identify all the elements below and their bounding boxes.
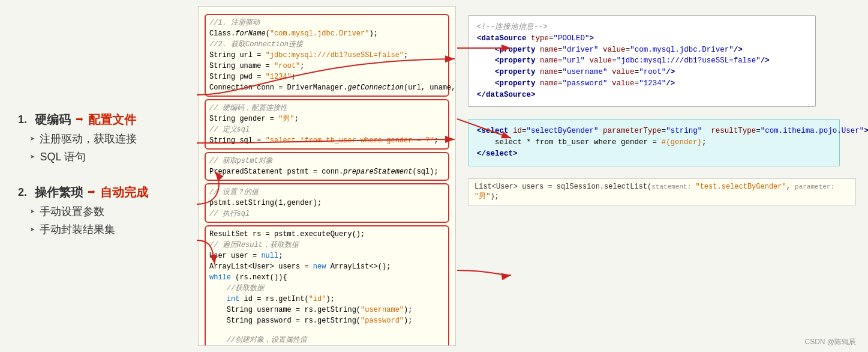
list-result-text: List<User> users = sqlSession.selectList…: [474, 183, 834, 201]
code-comment-2: //2. 获取Connection连接: [209, 39, 444, 50]
concept-2-text: 操作繁琐: [35, 184, 83, 201]
concept-1: 1. 硬编码 ➡ 配置文件: [18, 112, 186, 128]
code-line-2: String url = "jdbc:mysql:///db1?useSSL=f…: [209, 50, 444, 61]
xml-prop-username: <property name="username" value="root"/>: [477, 67, 807, 78]
code-comment-10: //创建对象，设置属性值: [209, 335, 444, 345]
middle-panel: //1. 注册驱动 Class.forName("com.mysql.jdbc.…: [198, 6, 456, 346]
code-line-16: user = new User();: [209, 345, 444, 346]
xml-select-open: <select id="selectByGender" parameterTyp…: [477, 126, 831, 137]
xml-datasource-close: </dataSource>: [477, 90, 807, 101]
code-line-11: User user = null;: [209, 250, 444, 261]
code-line-1: Class.forName("com.mysql.jdbc.Driver");: [209, 28, 444, 39]
code-comment-9: //获取数据: [209, 283, 444, 294]
sub-text-1: 注册驱动，获取连接: [40, 132, 137, 146]
code-line-13: int id = rs.getInt("id");: [209, 294, 444, 305]
code-line-7: String sql = "select *from tb_user where…: [209, 135, 444, 146]
code-block-1: //1. 注册驱动 Class.forName("com.mysql.jdbc.…: [205, 14, 449, 97]
xml-prop-url: <property name="url" value="jdbc:mysql:/…: [477, 55, 807, 67]
code-line-5: Connection conn = DriverManager.getConne…: [209, 82, 444, 93]
code-block-3: // 获取pstmt对象 PreparedStatement pstmt = c…: [205, 152, 449, 181]
right-panel: <!--连接池信息--> <dataSource type="POOLED"> …: [456, 0, 868, 352]
code-block-5: ResultSet rs = pstmt.executeQuery(); // …: [205, 225, 449, 346]
code-line-6: String gender = "男";: [209, 114, 444, 124]
arrow-icon-2: ➡: [88, 184, 95, 201]
code-comment-5: // 获取pstmt对象: [209, 156, 444, 166]
xml-datasource-block: <!--连接池信息--> <dataSource type="POOLED"> …: [468, 15, 816, 107]
concept-1-number: 1.: [18, 114, 30, 126]
concept-2-number: 2.: [18, 186, 30, 199]
concept-1-highlight: 配置文件: [88, 112, 136, 128]
code-comment-6: // 设置？的值: [209, 187, 444, 198]
sub-text-3: 手动设置参数: [40, 204, 104, 219]
sub-item-2: ➤ SQL 语句: [18, 150, 186, 164]
sub-item-3: ➤ 手动设置参数: [18, 204, 186, 219]
sub-arrow-icon-4: ➤: [30, 225, 35, 235]
sub-item-4: ➤ 手动封装结果集: [18, 222, 186, 237]
code-comment-1: //1. 注册驱动: [209, 17, 444, 28]
code-while: while (rs.next()){: [209, 272, 444, 283]
code-line-14: String username = rs.getString("username…: [209, 305, 444, 315]
concept-2: 2. 操作繁琐 ➡ 自动完成: [18, 184, 186, 201]
code-block-4: // 设置？的值 pstmt.setString(1,gender); // 执…: [205, 183, 449, 223]
sub-item-1: ➤ 注册驱动，获取连接: [18, 132, 186, 146]
sub-text-2: SQL 语句: [40, 150, 85, 164]
concept-group-1: 1. 硬编码 ➡ 配置文件 ➤ 注册驱动，获取连接 ➤ SQL 语句: [18, 112, 186, 168]
code-line-9: pstmt.setString(1,gender);: [209, 198, 444, 208]
xml-prop-password: <property name="password" value="1234"/>: [477, 78, 807, 90]
arrow-icon-1: ➡: [76, 112, 83, 128]
main-container: 1. 硬编码 ➡ 配置文件 ➤ 注册驱动，获取连接 ➤ SQL 语句 2. 操作…: [0, 0, 868, 352]
xml-select-block: <select id="selectByGender" parameterTyp…: [468, 119, 840, 166]
code-line-4: String pwd = "1234";: [209, 71, 444, 82]
sub-arrow-icon-1: ➤: [30, 134, 35, 144]
code-block-2: // 硬编码，配置连接性 String gender = "男"; // 定义s…: [205, 99, 449, 150]
xml-select-close: </select>: [477, 148, 831, 160]
code-comment-8: // 遍历Result，获取数据: [209, 240, 444, 250]
code-line-15: String password = rs.getString("password…: [209, 315, 444, 326]
sub-arrow-icon-3: ➤: [30, 207, 35, 217]
xml-comment-1: <!--连接池信息-->: [477, 22, 807, 33]
xml-prop-driver: <property name="driver" value="com.mysql…: [477, 44, 807, 56]
code-comment-4: // 定义sql: [209, 124, 444, 135]
code-line-8: PreparedStatement pstmt = conn.prepareSt…: [209, 166, 444, 177]
code-comment-7: // 执行sql: [209, 208, 444, 219]
code-line-3: String uname = "root";: [209, 61, 444, 71]
xml-select-body: select * from tb_user where gender = #{g…: [477, 137, 831, 148]
footer-label: CSDN @陈辄辰: [804, 337, 856, 347]
concept-group-2: 2. 操作繁琐 ➡ 自动完成 ➤ 手动设置参数 ➤ 手动封装结果集: [18, 184, 186, 240]
sub-arrow-icon-2: ➤: [30, 152, 35, 162]
list-result-block: List<User> users = sqlSession.selectList…: [468, 178, 856, 205]
sub-text-4: 手动封装结果集: [40, 222, 115, 237]
concept-1-text: 硬编码: [35, 112, 71, 128]
code-comment-3: // 硬编码，配置连接性: [209, 103, 444, 114]
left-panel: 1. 硬编码 ➡ 配置文件 ➤ 注册驱动，获取连接 ➤ SQL 语句 2. 操作…: [0, 0, 198, 352]
xml-datasource-open: <dataSource type="POOLED">: [477, 33, 807, 44]
code-line-12: ArrayList<User> users = new ArrayList<>(…: [209, 261, 444, 272]
concept-2-highlight: 自动完成: [100, 184, 148, 201]
code-line-10: ResultSet rs = pstmt.executeQuery();: [209, 229, 444, 240]
